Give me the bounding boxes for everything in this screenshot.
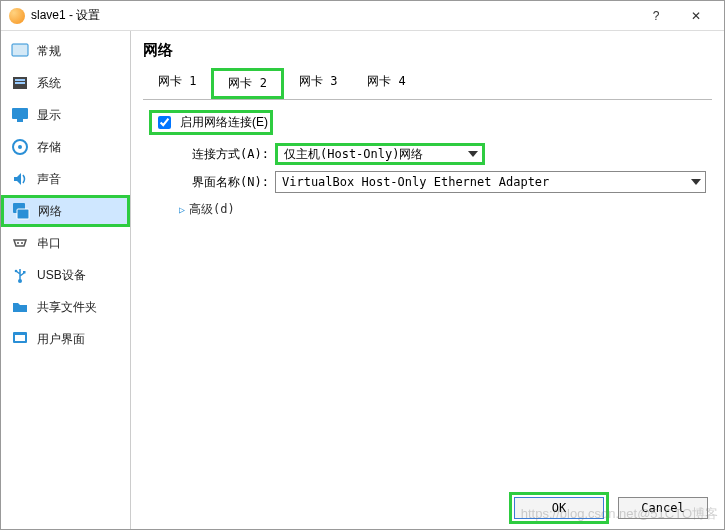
chevron-down-icon (468, 151, 478, 157)
tab-adapter1[interactable]: 网卡 1 (143, 68, 211, 99)
sidebar-item-ui[interactable]: 用户界面 (1, 323, 130, 355)
cancel-button[interactable]: Cancel (618, 497, 708, 519)
svg-point-12 (21, 242, 23, 244)
svg-point-14 (15, 270, 18, 273)
settings-window: slave1 - 设置 ? ✕ 常规 系统 显示 存储 声音 (0, 0, 725, 530)
sidebar-item-shared[interactable]: 共享文件夹 (1, 291, 130, 323)
adapter-tabs: 网卡 1 网卡 2 网卡 3 网卡 4 (143, 68, 712, 100)
network-icon (12, 202, 30, 220)
interface-name-row: 界面名称(N): VirtualBox Host-Only Ethernet A… (149, 171, 706, 193)
ui-icon (11, 330, 29, 348)
interface-name-value: VirtualBox Host-Only Ethernet Adapter (282, 175, 549, 189)
titlebar: slave1 - 设置 ? ✕ (1, 1, 724, 31)
sidebar-item-label: 存储 (37, 139, 61, 156)
sidebar-item-label: 用户界面 (37, 331, 85, 348)
attached-to-label: 连接方式(A): (173, 146, 269, 163)
svg-rect-1 (12, 44, 28, 56)
sidebar: 常规 系统 显示 存储 声音 网络 (1, 31, 131, 529)
main-panel: 网络 网卡 1 网卡 2 网卡 3 网卡 4 启用网络连接(E) 连接方式(A)… (131, 31, 724, 529)
audio-icon (11, 170, 29, 188)
enable-network-row[interactable]: 启用网络连接(E) (149, 110, 273, 135)
close-button[interactable]: ✕ (676, 1, 716, 31)
sidebar-item-label: 系统 (37, 75, 61, 92)
sidebar-item-storage[interactable]: 存储 (1, 131, 130, 163)
usb-icon (11, 266, 29, 284)
svg-point-11 (17, 242, 19, 244)
help-button[interactable]: ? (636, 1, 676, 31)
sidebar-item-label: 串口 (37, 235, 61, 252)
advanced-label: 高级(d) (189, 201, 235, 218)
window-title: slave1 - 设置 (31, 7, 636, 24)
sidebar-item-system[interactable]: 系统 (1, 67, 130, 99)
svg-rect-15 (23, 271, 26, 274)
triangle-right-icon: ▷ (179, 204, 185, 215)
advanced-toggle[interactable]: ▷ 高级(d) (149, 201, 706, 218)
page-title: 网络 (143, 41, 712, 60)
interface-name-combo[interactable]: VirtualBox Host-Only Ethernet Adapter (275, 171, 706, 193)
svg-point-8 (18, 145, 22, 149)
svg-rect-3 (15, 79, 25, 81)
tab-adapter3[interactable]: 网卡 3 (284, 68, 352, 99)
sidebar-item-audio[interactable]: 声音 (1, 163, 130, 195)
sidebar-item-usb[interactable]: USB设备 (1, 259, 130, 291)
window-body: 常规 系统 显示 存储 声音 网络 (1, 31, 724, 529)
tab-content: 启用网络连接(E) 连接方式(A): 仅主机(Host-Only)网络 界面名称… (143, 100, 712, 529)
storage-icon (11, 138, 29, 156)
attached-to-combo[interactable]: 仅主机(Host-Only)网络 (275, 143, 485, 165)
folder-icon (11, 298, 29, 316)
enable-network-checkbox[interactable] (158, 116, 171, 129)
sidebar-item-label: 显示 (37, 107, 61, 124)
general-icon (11, 42, 29, 60)
sidebar-item-general[interactable]: 常规 (1, 35, 130, 67)
sidebar-item-label: 声音 (37, 171, 61, 188)
tab-adapter2[interactable]: 网卡 2 (211, 68, 283, 99)
sidebar-item-label: USB设备 (37, 267, 86, 284)
attached-to-value: 仅主机(Host-Only)网络 (284, 146, 423, 163)
system-icon (11, 74, 29, 92)
sidebar-item-label: 共享文件夹 (37, 299, 97, 316)
sidebar-item-label: 网络 (38, 203, 62, 220)
sidebar-item-display[interactable]: 显示 (1, 99, 130, 131)
enable-network-label: 启用网络连接(E) (180, 114, 268, 131)
serial-icon (11, 234, 29, 252)
attached-to-row: 连接方式(A): 仅主机(Host-Only)网络 (149, 143, 706, 165)
sidebar-item-serial[interactable]: 串口 (1, 227, 130, 259)
app-icon (9, 8, 25, 24)
svg-rect-4 (15, 82, 25, 84)
svg-rect-5 (12, 108, 28, 119)
interface-name-label: 界面名称(N): (173, 174, 269, 191)
dialog-buttons: OK Cancel (514, 497, 708, 519)
sidebar-item-network[interactable]: 网络 (1, 195, 130, 227)
display-icon (11, 106, 29, 124)
ok-button[interactable]: OK (514, 497, 604, 519)
chevron-down-icon (691, 179, 701, 185)
svg-rect-17 (15, 335, 25, 341)
sidebar-item-label: 常规 (37, 43, 61, 60)
svg-rect-6 (17, 119, 23, 122)
tab-adapter4[interactable]: 网卡 4 (352, 68, 420, 99)
svg-rect-10 (17, 209, 29, 219)
